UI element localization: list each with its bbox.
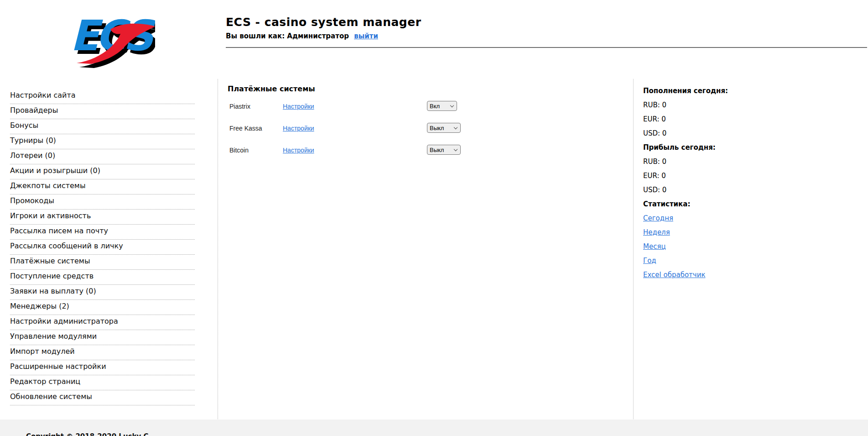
stat-value-line: USD: 0 (643, 186, 862, 194)
sidebar-item[interactable]: Расширенные настройки (10, 360, 195, 375)
profit-today-title: Прибыль сегодня: (643, 143, 862, 152)
sidebar-item[interactable]: Промокоды (10, 194, 195, 210)
sidebar-menu: Настройки сайтаПровайдерыБонусыТурниры (… (10, 89, 195, 405)
payment-rows: PiastrixНастройкиВклВыклFree KassaНастро… (228, 96, 633, 162)
sidebar-item[interactable]: Провайдеры (10, 104, 195, 119)
panel-title: Платёжные системы (228, 84, 633, 94)
payment-row: PiastrixНастройкиВклВыкл (228, 96, 633, 118)
profit-today-values: RUB: 0EUR: 0USD: 0 (643, 158, 862, 194)
sidebar-item[interactable]: Джекпоты системы (10, 179, 195, 194)
sidebar-item[interactable]: Импорт модулей (10, 345, 195, 360)
payment-name: Free Kassa (229, 125, 262, 132)
payment-systems-panel: Платёжные системы PiastrixНастройкиВклВы… (218, 79, 634, 419)
payment-name: Piastrix (229, 103, 250, 110)
sidebar-item[interactable]: Рассылка писем на почту (10, 225, 195, 240)
login-status: Вы вошли как: Администратор выйти (226, 32, 421, 40)
sidebar-list: Настройки сайтаПровайдерыБонусыТурниры (… (10, 89, 195, 405)
sidebar-item[interactable]: Платёжные системы (10, 255, 195, 270)
payment-settings-link[interactable]: Настройки (283, 147, 314, 154)
sidebar-item[interactable]: Управление модулями (10, 330, 195, 345)
stat-value-line: RUB: 0 (643, 101, 862, 110)
ecs-logo-graphic: ECS ECS (63, 6, 155, 69)
statistics-link[interactable]: Excel обработчик (643, 271, 705, 279)
stat-value-line: USD: 0 (643, 129, 862, 138)
sidebar-item[interactable]: Лотереи (0) (10, 149, 195, 164)
payment-row: BitcoinНастройкиВклВыкл (228, 140, 633, 162)
stat-value-line: EUR: 0 (643, 172, 862, 180)
statistics-link[interactable]: Год (643, 257, 656, 265)
sidebar-item[interactable]: Игроки и активность (10, 210, 195, 225)
sidebar-item[interactable]: Турниры (0) (10, 134, 195, 149)
sidebar-item[interactable]: Акции и розыгрыши (0) (10, 164, 195, 179)
sidebar-item[interactable]: Редактор страниц (10, 375, 195, 390)
ecs-logo: ECS ECS (63, 6, 155, 69)
statistics-link[interactable]: Неделя (643, 228, 670, 237)
stat-value-line: EUR: 0 (643, 115, 862, 124)
header-divider (226, 47, 867, 48)
copyright-text: Copyright © 2018-2020 Lucky C (26, 432, 148, 436)
payment-settings-link[interactable]: Настройки (283, 125, 314, 132)
sidebar-item[interactable]: Бонусы (10, 119, 195, 134)
deposits-today-values: RUB: 0EUR: 0USD: 0 (643, 101, 862, 138)
payment-row: Free KassaНастройкиВклВыкл (228, 118, 633, 140)
payment-state-select[interactable]: ВклВыкл (427, 145, 461, 155)
payment-name: Bitcoin (229, 147, 249, 154)
payment-state-select-wrap: ВклВыкл (427, 145, 461, 155)
statistics-title: Статистика: (643, 200, 862, 209)
sidebar-item[interactable]: Рассылка сообщений в личку (10, 240, 195, 255)
sidebar-item[interactable]: Менеджеры (2) (10, 300, 195, 315)
admin-page: ECS ECS ECS - casino system manager Вы в… (0, 0, 868, 436)
payment-state-select-wrap: ВклВыкл (427, 101, 457, 111)
sidebar-item[interactable]: Обновление системы (10, 390, 195, 405)
page-footer: Copyright © 2018-2020 Lucky C (0, 420, 868, 436)
deposits-today-title: Пополнения сегодня: (643, 87, 862, 95)
sidebar-item[interactable]: Настройки администратора (10, 315, 195, 330)
sidebar-item[interactable]: Настройки сайта (10, 89, 195, 104)
sidebar-item[interactable]: Заявки на выплату (0) (10, 285, 195, 300)
payment-state-select[interactable]: ВклВыкл (427, 101, 457, 111)
page-title: ECS - casino system manager (226, 16, 421, 29)
content-area: Настройки сайтаПровайдерыБонусыТурниры (… (0, 79, 868, 419)
login-status-text: Вы вошли как: Администратор (226, 32, 349, 40)
statistics-links: СегодняНеделяМесяцГодExcel обработчик (643, 214, 862, 279)
logout-link[interactable]: выйти (354, 32, 378, 40)
sidebar-item[interactable]: Поступление средств (10, 270, 195, 285)
statistics-link[interactable]: Месяц (643, 242, 666, 251)
stat-value-line: RUB: 0 (643, 158, 862, 166)
payment-state-select[interactable]: ВклВыкл (427, 123, 461, 133)
payment-state-select-wrap: ВклВыкл (427, 123, 461, 133)
statistics-link[interactable]: Сегодня (643, 214, 673, 223)
payment-settings-link[interactable]: Настройки (283, 103, 314, 110)
stats-panel: Пополнения сегодня: RUB: 0EUR: 0USD: 0 П… (634, 79, 862, 285)
